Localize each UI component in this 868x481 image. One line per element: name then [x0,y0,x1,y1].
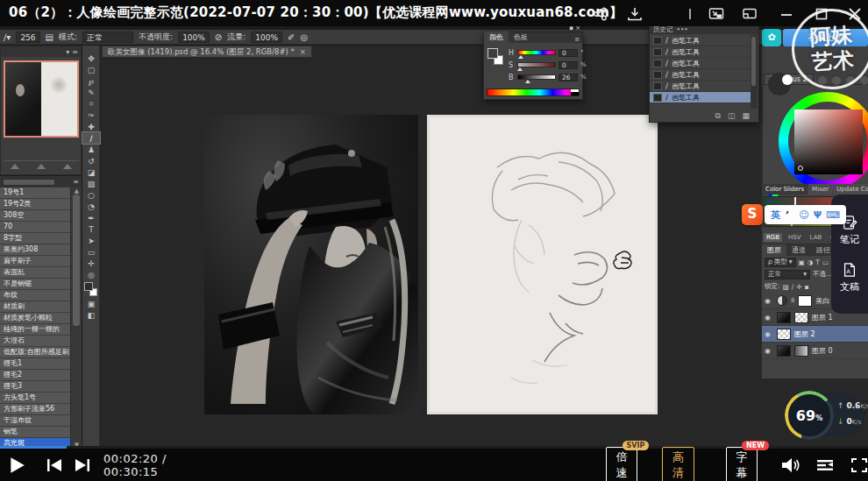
minimize-button[interactable] [779,7,794,21]
tab-swatches[interactable]: 色板 [509,32,533,43]
brush-preset-item[interactable]: 扁平刷子 [0,256,70,267]
share-icon[interactable] [593,7,608,21]
lock-position-icon[interactable]: ✛ [796,283,801,291]
next-button[interactable] [74,458,91,472]
ime-lang-toggle[interactable]: 英 [771,209,780,222]
brush-preset-item[interactable]: 8字型 [0,233,70,244]
coolorus-logo-icon[interactable]: ✿ [762,29,781,46]
color-mode-hsv[interactable]: HSV [786,233,804,242]
history-state-item[interactable]: ∕画笔工具 [650,46,752,58]
panel-menu-icon[interactable]: ≡ [72,48,78,56]
marquee-tool[interactable]: ▢ [82,64,100,75]
ime-mic-icon[interactable]: Ψ [814,209,822,221]
flow-select[interactable]: 100% [251,32,282,43]
navigator-thumbnail[interactable] [4,60,79,138]
brush-preset-item[interactable]: 方头笔1号 [0,393,70,404]
color-slider-b[interactable]: B26% [509,73,587,81]
brush-search-box[interactable] [3,179,55,186]
smoothing-icon[interactable]: ◎ [300,32,308,42]
previous-button[interactable] [46,458,63,472]
history-state-item[interactable]: ∕画笔工具 [650,81,752,92]
pressure-opacity-icon[interactable]: ⊘ [215,32,222,42]
fullscreen-button[interactable] [850,457,868,473]
lasso-tool[interactable]: ℘ [82,75,100,87]
brush-list-scrollbar[interactable]: ▲ ▼ [70,187,82,449]
download-icon[interactable] [627,7,643,21]
airbrush-icon[interactable]: ✐ [288,32,295,42]
history-brush-tool[interactable]: ↺ [82,155,100,166]
tab-color[interactable]: 颜色 [484,32,509,43]
blend-mode-select[interactable]: 正常▾ [765,270,810,279]
brush-preset-item[interactable]: 19号1 [0,187,70,199]
toggle-panel-icon[interactable]: ▤ [46,32,53,42]
history-state-item[interactable]: ∕画笔工具 [650,69,752,81]
documents-button[interactable]: A 文稿 [840,262,859,294]
gradient-tool[interactable]: ▧ [82,178,100,189]
opacity-select[interactable]: 100% [178,32,210,43]
color-slider-s[interactable]: S0% [509,60,587,69]
close-button[interactable] [847,7,863,21]
layer-filter-box[interactable]: ρ类型▾ [765,258,796,267]
history-state-item[interactable]: ∕画笔工具 [650,35,752,46]
brush-preset-item[interactable]: 钢笔 [0,427,70,438]
current-color-swatch[interactable] [768,73,791,95]
subtitle-button[interactable]: 字幕 NEW [726,447,758,481]
coolorus-tab-update-coo[interactable]: Update Coo [833,184,868,195]
color-mode-lab[interactable]: LAB [808,233,825,242]
wheel-option-knob[interactable] [859,74,868,85]
delete-state-icon[interactable]: ▦ [742,111,750,121]
brush-preset-item[interactable]: 70 [0,222,70,233]
layer-visibility-icon[interactable]: ◉ [765,314,773,322]
brush-preset-item[interactable]: 狸毛1 [0,358,70,370]
quick-mask-toggle[interactable]: ▣ [82,298,100,309]
scroll-up-icon[interactable]: ▲ [73,187,81,195]
sketch-canvas[interactable] [427,115,658,414]
panel-menu-icon[interactable]: ≡ [574,36,582,43]
brush-preset-item[interactable]: 不是钢锯 [0,279,70,290]
layer-visibility-icon[interactable]: ◉ [765,330,773,338]
close-tab-icon[interactable]: × [300,47,306,56]
play-button[interactable] [7,456,26,475]
eyedropper-tool[interactable]: ✑ [82,110,100,121]
brush-preset-item[interactable]: 低配版:自图所感足刷 [0,347,70,358]
layers-tab-0[interactable]: 图层 [762,244,786,256]
lock-pixels-icon[interactable]: ∕ [792,283,794,291]
layers-tab-1[interactable]: 通道 [786,244,811,256]
healing-tool[interactable]: ✚ [82,121,100,132]
brush-preset-item[interactable]: 布纹 [0,290,70,301]
layer-row[interactable]: ◉图层 0 [762,343,868,359]
brush-preset-item[interactable]: 方形刷子流量56 [0,404,70,415]
network-speed-gauge[interactable]: 69% ↑ 0.6K/s ↓ 0K/s [783,393,865,437]
lock-all-icon[interactable]: ▪ [804,283,808,291]
ime-keyboard-icon[interactable]: ⌨ [826,209,840,221]
maximize-button[interactable] [814,7,829,21]
brush-size-value[interactable]: 256 [16,32,39,43]
crop-tool[interactable]: ⌗ [82,98,100,110]
playlist-button[interactable] [815,458,835,472]
coolorus-tab-mixer[interactable]: Mixer [808,184,832,195]
panel-menu-icon[interactable]: ≡ [73,178,79,186]
color-mode-rgb[interactable]: RGB [764,233,782,242]
brush-preset-item[interactable]: 干湿布纹 [0,415,70,427]
volume-button[interactable] [780,457,800,473]
panel-menu-dots[interactable]: ••• [677,25,688,33]
move-tool[interactable]: ✥ [82,53,100,64]
path-select-tool[interactable]: ➤ [82,235,100,246]
zoom-tool[interactable]: ◎ [82,269,100,280]
filter-pixel-icon[interactable]: ▣ [799,258,805,266]
wheel-option-knob[interactable] [817,74,828,85]
filter-type-icon[interactable]: T [815,258,820,266]
brush-preset-item[interactable]: 材质炭笔小颗粒 [0,313,70,324]
wheel-option-knob[interactable] [831,74,842,85]
collapse-icon[interactable]: ▾ [66,48,69,56]
type-tool[interactable]: T [82,223,100,235]
brush-preset-item[interactable]: 黑奥约308 [0,244,70,256]
brush-preset-item[interactable]: 桂绳的一棵一棵的 [0,324,70,336]
brush-preset-item[interactable]: 狸毛2 [0,370,70,381]
document-tab[interactable]: 欧美女图像 (1419).psd @ 16.4% (图层 2, RGB/8#) … [102,46,312,57]
filter-adjust-icon[interactable]: ◑ [808,258,814,266]
history-state-item[interactable]: ∕画笔工具 [650,92,752,103]
filter-shape-icon[interactable]: ▭ [822,258,829,266]
dodge-tool[interactable]: ◔ [82,201,100,212]
brush-preset-item[interactable]: 狸毛3 [0,381,70,393]
